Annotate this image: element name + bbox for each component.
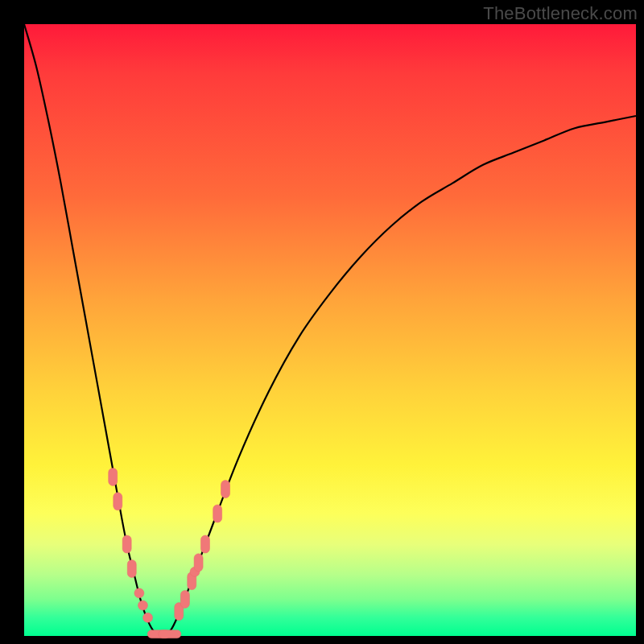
curve-marker [109, 468, 118, 485]
curve-marker [134, 588, 144, 598]
curve-marker [221, 481, 230, 498]
bottleneck-curve [24, 24, 636, 637]
curve-marker [180, 590, 189, 608]
curve-marker [200, 535, 209, 553]
chart-frame: TheBottleneck.com [0, 0, 644, 644]
curve-marker [143, 613, 153, 622]
curve-marker [122, 535, 131, 553]
bottleneck-curve-svg [24, 24, 636, 636]
curve-marker [194, 554, 203, 572]
curve-marker [213, 505, 222, 522]
plot-area [24, 24, 636, 636]
curve-marker [159, 630, 181, 638]
curve-markers [109, 468, 230, 638]
curve-marker [114, 493, 122, 510]
curve-marker [127, 559, 136, 577]
curve-marker [138, 601, 147, 610]
watermark-text: TheBottleneck.com [483, 3, 638, 24]
